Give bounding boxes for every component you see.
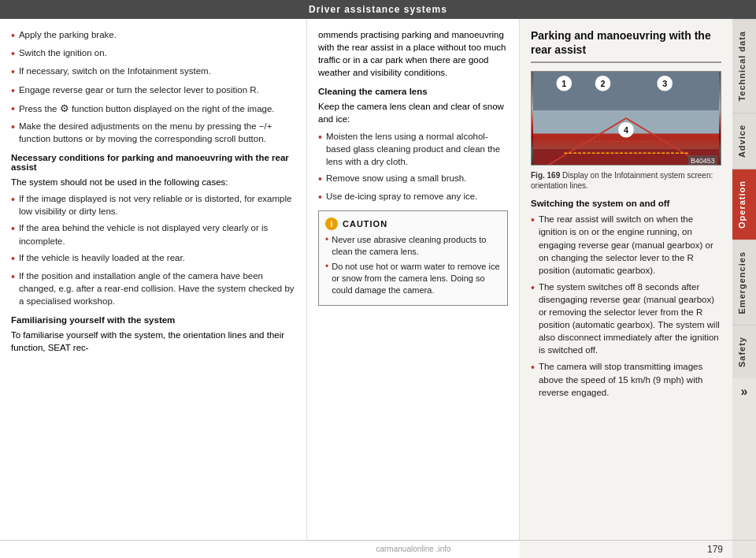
bullet-text: Switch the ignition on. (19, 46, 107, 61)
caution-header: i CAUTION (325, 218, 501, 230)
bullet-icon: • (531, 281, 535, 357)
bullet-text: Engage reverse gear or turn the selector… (19, 84, 259, 98)
bullet-text: If the area behind the vehicle is not di… (19, 221, 295, 247)
section2-body: To familiarise yourself with the system,… (11, 329, 295, 354)
bullet-text: If the position and installation angle o… (19, 270, 295, 307)
bullet-text: Moisten the lens using a normal alcohol-… (326, 130, 508, 168)
bullet-icon: • (11, 102, 15, 116)
bottom-bar: carmanualonline .info 179 (0, 540, 756, 558)
list-item: • Engage reverse gear or turn the select… (11, 84, 295, 98)
cleaning-title: Cleaning the camera lens (318, 87, 508, 96)
list-item: • The camera will stop transmitting imag… (531, 360, 721, 398)
bullet-text: The camera will stop transmitting images… (539, 360, 721, 398)
bullet-icon: • (11, 251, 15, 266)
right-area: Parking and manoeuvring with the rear as… (520, 19, 756, 540)
bullet-icon: • (318, 190, 322, 204)
svg-text:B40453: B40453 (691, 157, 715, 165)
list-item: • Apply the parking brake. (11, 28, 295, 43)
list-item: • Moisten the lens using a normal alcoho… (318, 130, 508, 168)
bullet-icon: • (11, 46, 15, 61)
section1-body: The system should not be used in the fol… (11, 176, 295, 188)
header-title: Driver assistance systems (309, 4, 447, 15)
sidebar-tab-label: Advice (737, 125, 747, 158)
list-item: • Remove snow using a small brush. (318, 172, 508, 186)
bullet-icon: • (11, 192, 15, 218)
list-item: • Use de-icing spray to remove any ice. (318, 190, 508, 204)
list-item: • Press the ⚙ function button displayed … (11, 102, 295, 116)
section1-heading: Necessary conditions for parking and man… (11, 153, 295, 172)
svg-text:4: 4 (624, 125, 628, 135)
right-inner: Parking and manoeuvring with the rear as… (520, 19, 756, 540)
bullet-icon: • (11, 270, 15, 307)
chevron-icon: » (732, 378, 756, 405)
list-item: • If the area behind the vehicle is not … (11, 221, 295, 247)
bottom-left (0, 541, 307, 558)
caution-list-item: • Do not use hot or warm water to remove… (325, 261, 501, 296)
bullet-text: The rear assist will switch on when the … (539, 213, 721, 276)
bullet-icon: • (11, 28, 15, 43)
caution-list-item: • Never use abrasive cleaning products t… (325, 234, 501, 258)
sidebar-tab-advice[interactable]: Advice (732, 113, 756, 169)
list-item: • The system switches off 8 seconds afte… (531, 281, 721, 357)
sidebar-tab-label: Emergencies (737, 251, 747, 314)
section2-heading: Familiarising yourself with the system (11, 315, 295, 325)
sidebar-tab-emergencies[interactable]: Emergencies (732, 240, 756, 325)
bullet-icon: • (325, 261, 328, 296)
caution-text: Never use abrasive cleaning products to … (332, 234, 501, 258)
svg-text:3: 3 (662, 79, 667, 88)
caution-title: CAUTION (343, 219, 387, 229)
svg-text:1: 1 (561, 79, 566, 88)
bullet-text: If necessary, switch on the Infotainment… (19, 65, 211, 79)
caution-box: i CAUTION • Never use abrasive cleaning … (318, 210, 508, 306)
sidebar-tab-safety[interactable]: Safety (732, 325, 756, 378)
caution-icon: i (325, 218, 338, 230)
bullet-icon: • (531, 213, 535, 276)
bullet-text: Make the desired adjustments on the menu… (19, 120, 295, 145)
page-number: 179 (520, 541, 732, 558)
parking-section-title: Parking and manoeuvring with the rear as… (531, 28, 721, 63)
bullet-icon: • (11, 65, 15, 79)
bullet-icon: • (318, 172, 322, 186)
watermark: carmanualonline .info (307, 541, 520, 556)
list-item: • Switch the ignition on. (11, 46, 295, 61)
bullet-text: The system switches off 8 seconds after … (539, 281, 721, 357)
bullet-text: Apply the parking brake. (19, 28, 117, 43)
caution-text: Do not use hot or warm water to remove i… (332, 261, 501, 296)
list-item: • If the vehicle is heavily loaded at th… (11, 251, 295, 266)
list-item: • If the position and installation angle… (11, 270, 295, 307)
bullet-icon: • (325, 234, 328, 258)
bottom-middle: carmanualonline .info (307, 541, 520, 558)
sidebar-tab-label: Operation (737, 180, 747, 229)
sidebar-tab-operation[interactable]: Operation (732, 169, 756, 240)
left-panel: • Apply the parking brake. • Switch the … (0, 19, 307, 540)
camera-image: 1 2 3 4 B40453 (531, 71, 721, 166)
right-panel: Parking and manoeuvring with the rear as… (520, 19, 732, 540)
sidebar-tab-technical-data[interactable]: Technical data (732, 19, 756, 113)
sidebar-tab-label: Safety (737, 337, 747, 367)
bullet-text: If the vehicle is heavily loaded at the … (19, 251, 185, 266)
cleaning-body: Keep the camera lens clean and clear of … (318, 100, 508, 125)
intro-text: ommends practising parking and manoeuvri… (318, 28, 508, 79)
middle-panel: ommends practising parking and manoeuvri… (307, 19, 520, 540)
bullet-text: If the image displayed is not very relia… (19, 192, 295, 218)
camera-svg: 1 2 3 4 B40453 (532, 72, 721, 165)
bullet-icon: • (11, 120, 15, 145)
bullet-icon: • (11, 221, 15, 247)
bullet-text: Remove snow using a small brush. (326, 172, 466, 186)
list-item: • If the image displayed is not very rel… (11, 192, 295, 218)
list-item: • If necessary, switch on the Infotainme… (11, 65, 295, 79)
header-bar: Driver assistance systems (0, 0, 756, 19)
switching-title: Switching the system on and off (531, 199, 721, 208)
list-item: • The rear assist will switch on when th… (531, 213, 721, 276)
fig-number: Fig. 169 (531, 171, 560, 180)
sidebar-tabs: Technical data Advice Operation Emergenc… (732, 19, 756, 540)
bullet-icon: • (11, 84, 15, 98)
bullet-icon: • (318, 130, 322, 168)
bottom-sidebar (732, 541, 756, 558)
bullet-text: Use de-icing spray to remove any ice. (326, 190, 477, 204)
bullet-icon: • (531, 360, 535, 398)
fig-caption: Fig. 169 Display on the Infotainment sys… (531, 170, 721, 191)
svg-text:2: 2 (600, 79, 605, 88)
list-item: • Make the desired adjustments on the me… (11, 120, 295, 145)
bullet-text: Press the ⚙ function button displayed on… (19, 102, 275, 116)
